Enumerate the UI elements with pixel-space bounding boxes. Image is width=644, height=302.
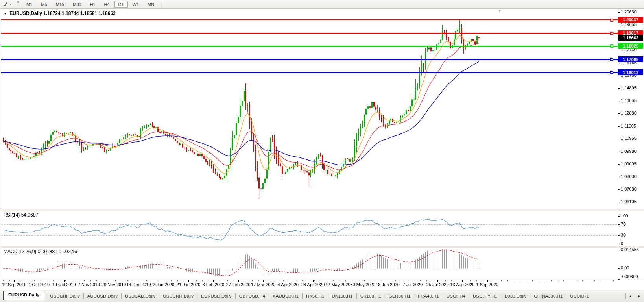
macd-bottom-border: [0, 280, 644, 280]
chart-tab-audusd-daily[interactable]: AUDUSD,Daily: [84, 291, 121, 301]
chart-symbol-label: EURUSD,Daily: [9, 11, 42, 16]
chart-tab-usoil-h4[interactable]: USOil,H4: [443, 291, 469, 301]
chart-title: ▼ EURUSD,Daily 1.18724 1.18744 1.18581 1…: [4, 11, 116, 16]
tab-scroll-left-icon[interactable]: ◄: [626, 294, 635, 298]
chart-tab-china300-h1[interactable]: CHINA300,H1: [530, 291, 566, 301]
chart-tab-xauusd-h1[interactable]: XAUUSD,H1: [269, 291, 302, 301]
chart-tab-uk100-h1[interactable]: UK100,H1: [357, 291, 385, 301]
window-top-border: [0, 9, 644, 9]
scroll-to-end-marker[interactable]: ▼: [498, 9, 502, 13]
chart-tab-eurusd-daily[interactable]: EURUSD,Daily: [3, 291, 44, 300]
chart-tab-eurusd-daily[interactable]: EURUSD,Daily: [197, 291, 235, 301]
chart-tab-fra40-h1[interactable]: FRA40,H1: [414, 291, 443, 301]
price-axis-separator: [618, 9, 618, 280]
chart-window: 1.206301.196551.177301.167551.157801.148…: [0, 0, 644, 302]
chart-ohlc-values: 1.18724 1.18744 1.18581 1.18662: [43, 11, 116, 16]
chart-tab-hk50-h1[interactable]: HK50,H1: [303, 291, 328, 301]
mt4-window: ▾ M1M5M15M30H1H4D1W1MN 1.206301.196551.1…: [0, 0, 644, 302]
collapse-triangle-icon[interactable]: ▼: [4, 12, 7, 15]
chart-tab-gbpusd-h4[interactable]: GBPUSD,H4: [236, 291, 269, 301]
rsi-indicator-label: RSI(14) 54.9687: [4, 212, 38, 218]
tab-scroll-right-icon[interactable]: ►: [635, 294, 644, 298]
rsi-macd-splitter[interactable]: [0, 246, 644, 248]
chart-tab-bar: EURUSD,DailyUSDCHF,DailyAUDUSD,DailyUSDC…: [0, 290, 644, 302]
chart-tab-uk100-h1[interactable]: UK100,H1: [328, 291, 356, 301]
chart-tab-usdcnh-daily[interactable]: USDCNH,Daily: [159, 291, 197, 301]
macd-indicator-label: MACD(12,26,9) 0.001881 0.002256: [4, 249, 78, 254]
chart-tab-ger30-h1[interactable]: GER30,H1: [385, 291, 414, 301]
chart-tab-usdjpy-h1[interactable]: USDJPY,H1: [469, 291, 501, 301]
main-rsi-splitter[interactable]: [0, 209, 644, 211]
chart-canvas[interactable]: [0, 0, 644, 302]
chart-tab-usdcad-daily[interactable]: USDCAD,Daily: [122, 291, 159, 301]
chart-tab-usoil-h1[interactable]: USOil,H1: [566, 291, 592, 301]
chart-tab-dj30-daily[interactable]: DJ30,Daily: [501, 291, 530, 301]
chart-tab-usdchf-daily[interactable]: USDCHF,Daily: [46, 291, 83, 301]
